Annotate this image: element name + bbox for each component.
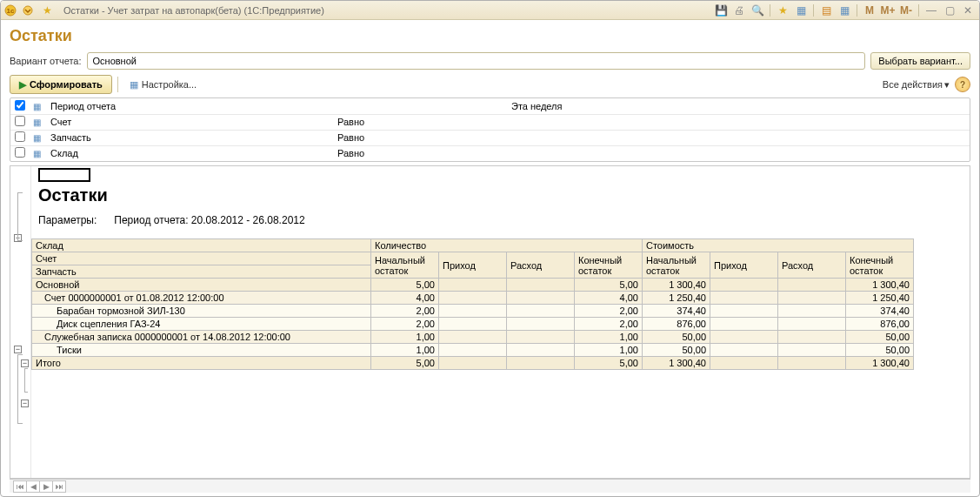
calendar-icon[interactable]: ▦ bbox=[837, 3, 852, 17]
cell-v4: 50,00 bbox=[846, 344, 914, 357]
hdr-zap: Запчасть bbox=[32, 265, 371, 279]
row-name: Барабан тормозной ЗИЛ-130 bbox=[32, 305, 371, 318]
table-row[interactable]: Диск сцепления ГАЗ-24 2,00 2,00 876,00 8… bbox=[32, 318, 914, 331]
row-name: Служебная записка 0000000001 от 14.08.20… bbox=[32, 331, 371, 344]
cell-q1: 1,00 bbox=[371, 344, 439, 357]
cell-v4: 374,40 bbox=[846, 305, 914, 318]
calculator-icon[interactable]: ▤ bbox=[818, 3, 834, 17]
filter-check-3[interactable] bbox=[15, 147, 25, 158]
cell-v1: 374,40 bbox=[643, 305, 710, 318]
cell-q3 bbox=[507, 279, 575, 292]
memory-mminus-button[interactable]: M- bbox=[898, 3, 914, 17]
cell-v2 bbox=[710, 331, 778, 344]
print-icon[interactable]: 🖨 bbox=[731, 3, 747, 17]
cell-v2 bbox=[710, 305, 778, 318]
hdr-v1: Начальный остаток bbox=[643, 252, 710, 279]
form-button-label: Сформировать bbox=[30, 79, 103, 90]
filter-cond: Равно bbox=[334, 130, 508, 145]
save-icon[interactable]: 💾 bbox=[713, 3, 729, 17]
all-actions-label: Все действия bbox=[883, 79, 943, 90]
hdr-qty: Количество bbox=[371, 239, 643, 252]
sheet-last-button[interactable]: ⏭ bbox=[52, 480, 66, 493]
cell-v3 bbox=[778, 318, 846, 331]
cell-v2 bbox=[710, 318, 778, 331]
minimize-button[interactable]: — bbox=[923, 3, 939, 17]
row-name: Основной bbox=[32, 279, 371, 292]
app-icon: 1c bbox=[4, 4, 17, 17]
table-row[interactable]: Счет 0000000001 от 01.08.2012 12:00:00 4… bbox=[32, 292, 914, 305]
report-title: Остатки bbox=[38, 185, 970, 205]
hdr-q2: Приход bbox=[439, 252, 507, 279]
cell-v4: 1 250,40 bbox=[846, 292, 914, 305]
sheet-nav: ⏮ ◀ ▶ ⏭ bbox=[10, 480, 65, 493]
cell-q4: 2,00 bbox=[575, 318, 643, 331]
table-row[interactable]: Барабан тормозной ЗИЛ-130 2,00 2,00 374,… bbox=[32, 305, 914, 318]
cell-q4: 4,00 bbox=[575, 292, 643, 305]
cell-v2 bbox=[710, 292, 778, 305]
memory-m-button[interactable]: M bbox=[862, 3, 877, 17]
chevron-down-icon: ▾ bbox=[944, 79, 950, 91]
cell-q2 bbox=[439, 292, 507, 305]
filter-value[interactable] bbox=[508, 145, 970, 161]
filter-value[interactable] bbox=[508, 130, 970, 145]
variant-input[interactable] bbox=[87, 52, 866, 70]
sheet-next-button[interactable]: ▶ bbox=[39, 480, 53, 493]
cell-q1: 4,00 bbox=[371, 292, 439, 305]
table-row[interactable]: Основной 5,00 5,00 1 300,40 1 300,40 bbox=[32, 279, 914, 292]
hdr-cost: Стоимость bbox=[643, 239, 914, 252]
filters-panel: ▦ Период отчета Эта неделя ▦ Счет Равно … bbox=[10, 97, 970, 162]
cell-q1: 2,00 bbox=[371, 305, 439, 318]
cell-v3 bbox=[778, 344, 846, 357]
filter-cond bbox=[334, 98, 508, 114]
filter-check-2[interactable] bbox=[15, 131, 25, 142]
svg-point-2 bbox=[23, 6, 32, 15]
cell-q2 bbox=[439, 318, 507, 331]
filter-value[interactable] bbox=[508, 114, 970, 130]
table-row[interactable]: Служебная записка 0000000001 от 14.08.20… bbox=[32, 331, 914, 344]
hdr-v2: Приход bbox=[710, 252, 778, 279]
filter-icon: ▦ bbox=[33, 133, 41, 143]
cell-q4: 1,00 bbox=[575, 344, 643, 357]
maximize-button[interactable]: ▢ bbox=[942, 3, 957, 17]
cell-v2 bbox=[710, 344, 778, 357]
cell-v3 bbox=[778, 305, 846, 318]
selection-cell[interactable] bbox=[38, 168, 90, 182]
row-name: Диск сцепления ГАЗ-24 bbox=[32, 318, 371, 331]
close-button[interactable]: ✕ bbox=[960, 3, 976, 17]
select-variant-button[interactable]: Выбрать вариант... bbox=[870, 52, 970, 70]
all-actions-dropdown[interactable]: Все действия ▾ bbox=[883, 79, 950, 91]
filter-check-1[interactable] bbox=[15, 116, 25, 126]
cell-q3 bbox=[507, 331, 575, 344]
preview-icon[interactable]: 🔍 bbox=[750, 3, 765, 17]
collapse-box[interactable]: − bbox=[14, 346, 22, 353]
filter-check-0[interactable] bbox=[15, 100, 25, 111]
cell-v4: 50,00 bbox=[846, 331, 914, 344]
star-icon[interactable]: ★ bbox=[775, 3, 790, 17]
grid-icon[interactable]: ▦ bbox=[793, 3, 809, 17]
params-label: Параметры: bbox=[38, 214, 97, 226]
report-area: − − − − Остатки Параметры: Период отчета… bbox=[10, 165, 970, 479]
cell-q4: 1,00 bbox=[575, 331, 643, 344]
filter-icon: ▦ bbox=[33, 149, 41, 158]
toolbar-separator bbox=[117, 77, 118, 92]
filter-name: Период отчета bbox=[47, 98, 334, 114]
hdr-q3: Расход bbox=[507, 252, 575, 279]
sheet-prev-button[interactable]: ◀ bbox=[26, 480, 40, 493]
sheet-first-button[interactable]: ⏮ bbox=[13, 480, 27, 493]
settings-button[interactable]: ▦ Настройка... bbox=[123, 75, 203, 94]
cell-v2 bbox=[710, 279, 778, 292]
filter-cond: Равно bbox=[334, 114, 508, 130]
cell-q3 bbox=[507, 305, 575, 318]
favorite-star-icon[interactable]: ★ bbox=[39, 3, 55, 17]
filter-value[interactable]: Эта неделя bbox=[508, 98, 970, 114]
cell-q1: 5,00 bbox=[371, 279, 439, 292]
memory-mplus-button[interactable]: M+ bbox=[880, 3, 896, 17]
hdr-v3: Расход bbox=[778, 252, 846, 279]
cell-q2 bbox=[439, 305, 507, 318]
hdr-sklad: Склад bbox=[32, 239, 371, 252]
nav-dropdown-button[interactable] bbox=[20, 3, 36, 17]
table-row[interactable]: Тиски 1,00 1,00 50,00 50,00 bbox=[32, 344, 914, 357]
cell-v3 bbox=[778, 331, 846, 344]
form-button[interactable]: ▶ Сформировать bbox=[10, 75, 112, 94]
help-button[interactable]: ? bbox=[955, 77, 970, 92]
